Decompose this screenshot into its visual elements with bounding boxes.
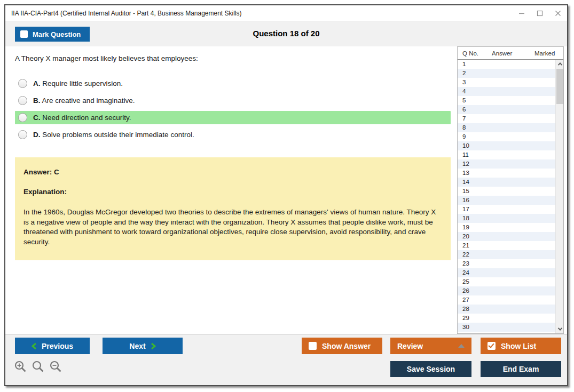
question-list: 1 2 3 4 5 6 7 8 9 10 11: [458, 60, 563, 332]
row-answer: [487, 323, 528, 332]
question-list-row[interactable]: 11: [458, 150, 563, 159]
question-list-row[interactable]: 20: [458, 232, 563, 241]
question-list-row[interactable]: 12: [458, 159, 563, 169]
question-list-row[interactable]: 29: [458, 314, 563, 323]
question-list-row[interactable]: 18: [458, 214, 563, 223]
question-list-row[interactable]: 8: [458, 123, 563, 132]
window-title: IIA IIA-CIA-Part4 (Certified Internal Au…: [5, 10, 513, 17]
show-answer-checkbox[interactable]: [309, 342, 317, 350]
question-list-row[interactable]: 16: [458, 196, 563, 205]
scrollbar-thumb[interactable]: [556, 69, 563, 104]
radio-button[interactable]: [18, 113, 27, 122]
question-list-row[interactable]: 21: [458, 241, 563, 250]
option-text: Are creative and imaginative.: [42, 97, 135, 105]
row-qno: 5: [458, 96, 487, 105]
answer-label: Answer: C: [23, 168, 442, 176]
row-qno: 18: [458, 214, 487, 223]
question-list-row[interactable]: 26: [458, 286, 563, 295]
question-list-row[interactable]: 3: [458, 78, 563, 87]
question-list-row[interactable]: 30: [458, 323, 563, 332]
question-list-sidebar: Q No. Answer Marked 1 2 3 4 5 6 7 8: [457, 46, 564, 334]
show-list-button[interactable]: Show List: [481, 338, 561, 354]
row-answer: [487, 114, 528, 123]
review-button[interactable]: Review: [390, 338, 471, 354]
scrollbar-up-button[interactable]: [556, 60, 563, 68]
row-answer: [487, 178, 528, 187]
row-answer: [487, 305, 528, 314]
row-qno: 8: [458, 123, 487, 132]
option-row[interactable]: C. Need direction and security.: [15, 111, 451, 124]
row-qno: 16: [458, 196, 487, 205]
show-list-checkbox[interactable]: [487, 342, 496, 350]
next-button[interactable]: Next: [103, 338, 183, 354]
column-header-qno: Q No.: [458, 50, 487, 57]
question-list-row[interactable]: 6: [458, 105, 563, 114]
option-text: Need direction and security.: [42, 114, 131, 122]
row-qno: 3: [458, 78, 487, 87]
scrollbar-down-button[interactable]: [556, 325, 563, 333]
zoom-out-icon[interactable]: [49, 360, 63, 374]
radio-button[interactable]: [18, 96, 27, 105]
close-button[interactable]: [549, 5, 567, 21]
question-list-viewport: 1 2 3 4 5 6 7 8 9 10 11: [458, 60, 563, 333]
next-label: Next: [129, 342, 145, 350]
option-row[interactable]: B. Are creative and imaginative.: [15, 94, 451, 107]
question-list-row[interactable]: 10: [458, 141, 563, 150]
question-list-row[interactable]: 27: [458, 295, 563, 305]
question-list-row[interactable]: 25: [458, 277, 563, 286]
chevron-up-icon: [557, 62, 562, 67]
save-session-label: Save Session: [407, 365, 455, 373]
question-list-row[interactable]: 15: [458, 187, 563, 196]
row-qno: 1: [458, 60, 487, 69]
window-controls: [513, 5, 567, 21]
row-qno: 13: [458, 169, 487, 178]
row-qno: 14: [458, 178, 487, 187]
question-list-row[interactable]: 13: [458, 169, 563, 178]
question-list-row[interactable]: 7: [458, 114, 563, 123]
show-list-label: Show List: [501, 342, 536, 350]
row-answer: [487, 169, 528, 178]
save-session-button[interactable]: Save Session: [390, 361, 471, 377]
row-qno: 15: [458, 187, 487, 196]
end-exam-button[interactable]: End Exam: [481, 361, 561, 377]
scrollbar-track[interactable]: [555, 60, 563, 333]
question-list-row[interactable]: 24: [458, 268, 563, 277]
row-qno: 20: [458, 232, 487, 241]
show-answer-label: Show Answer: [322, 342, 371, 350]
question-list-row[interactable]: 23: [458, 259, 563, 268]
row-qno: 24: [458, 268, 487, 277]
maximize-button[interactable]: [531, 5, 549, 21]
row-answer: [487, 196, 528, 205]
row-answer: [487, 232, 528, 241]
row-qno: 25: [458, 277, 487, 286]
minimize-icon: [518, 10, 525, 17]
question-list-row[interactable]: 1: [458, 60, 563, 69]
option-row[interactable]: D. Solve problems outside their immediat…: [15, 128, 451, 141]
question-list-row[interactable]: 28: [458, 305, 563, 314]
question-list-row[interactable]: 22: [458, 250, 563, 259]
question-list-row[interactable]: 19: [458, 223, 563, 232]
question-list-row[interactable]: 5: [458, 96, 563, 105]
minimize-button[interactable]: [513, 5, 531, 21]
answer-panel: Answer: C Explanation: In the 1960s, Dou…: [15, 157, 451, 260]
header-band: Mark Question Question 18 of 20: [5, 21, 567, 46]
zoom-in-icon[interactable]: [14, 360, 28, 374]
row-answer: [487, 241, 528, 250]
option-row[interactable]: A. Require little supervision.: [15, 77, 451, 90]
question-list-row[interactable]: 2: [458, 69, 563, 78]
question-list-row[interactable]: 4: [458, 87, 563, 96]
show-answer-button[interactable]: Show Answer: [302, 338, 382, 354]
row-answer: [487, 105, 528, 114]
chevron-right-icon: [151, 342, 156, 350]
question-list-row[interactable]: 17: [458, 205, 563, 214]
row-answer: [487, 60, 528, 69]
radio-button[interactable]: [18, 79, 27, 88]
row-answer: [487, 214, 528, 223]
zoom-reset-icon[interactable]: [32, 360, 45, 374]
radio-button[interactable]: [18, 130, 27, 139]
previous-button[interactable]: Previous: [15, 338, 90, 354]
question-list-row[interactable]: 14: [458, 178, 563, 187]
row-qno: 19: [458, 223, 487, 232]
row-qno: 2: [458, 69, 487, 78]
question-list-row[interactable]: 9: [458, 132, 563, 141]
